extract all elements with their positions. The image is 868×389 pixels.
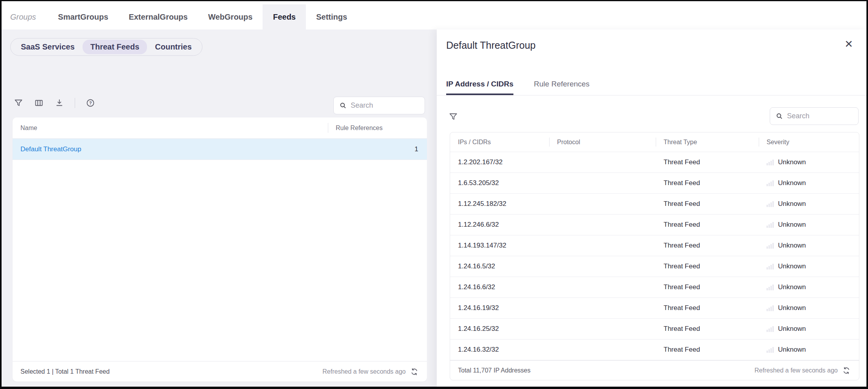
nav-tab-smartgroups[interactable]: SmartGroups: [48, 4, 119, 29]
signal-bars-icon: [767, 242, 774, 249]
detail-tabs: IP Address / CIDRs Rule References: [437, 69, 868, 95]
feeds-list-pane: SaaS Services Threat Feeds Countries ?: [2, 29, 437, 387]
nav-tab-feeds[interactable]: Feeds: [263, 4, 306, 29]
threat-type-cell: Threat Feed: [656, 325, 759, 333]
table-row[interactable]: 1.12.246.6/32 Threat Feed Unknown: [450, 215, 859, 235]
ip-cell: 1.6.53.205/32: [450, 179, 549, 187]
threat-type-cell: Threat Feed: [656, 346, 759, 354]
threat-type-cell: Threat Feed: [656, 221, 759, 229]
svg-text:?: ?: [89, 101, 92, 105]
signal-bars-icon: [767, 347, 774, 353]
table-empty-space: [13, 160, 427, 361]
severity-cell: Unknown: [759, 242, 859, 250]
toolbar-divider: [75, 98, 75, 108]
feed-name-link[interactable]: Default ThreatGroup: [13, 145, 328, 153]
threat-type-cell: Threat Feed: [656, 262, 759, 270]
signal-bars-icon: [767, 180, 774, 186]
search-input[interactable]: [787, 112, 853, 120]
severity-cell: Unknown: [759, 325, 859, 333]
table-row[interactable]: Default ThreatGroup 1: [13, 139, 427, 160]
search-input[interactable]: [351, 101, 419, 110]
nav-tab-settings[interactable]: Settings: [306, 4, 357, 29]
threat-type-cell: Threat Feed: [656, 283, 759, 291]
table-row[interactable]: 1.24.16.32/32 Threat Feed Unknown: [450, 339, 859, 360]
table-toolbar: ?: [13, 98, 96, 108]
signal-bars-icon: [767, 222, 774, 228]
ip-cell: 1.24.16.5/32: [450, 262, 549, 270]
ip-cell: 1.12.246.6/32: [450, 221, 549, 229]
threat-type-cell: Threat Feed: [656, 158, 759, 166]
help-icon[interactable]: ?: [85, 98, 96, 108]
ip-cell: 1.2.202.167/32: [450, 158, 549, 166]
table-row[interactable]: 1.24.16.5/32 Threat Feed Unknown: [450, 256, 859, 277]
refresh-icon[interactable]: [842, 366, 851, 375]
ip-cell: 1.24.16.25/32: [450, 325, 549, 333]
ip-cell: 1.12.245.182/32: [450, 200, 549, 208]
ip-cell: 1.24.16.6/32: [450, 283, 549, 291]
column-header-severity[interactable]: Severity: [759, 132, 859, 152]
table-row[interactable]: 1.24.16.19/32 Threat Feed Unknown: [450, 298, 859, 319]
threatgroup-detail-panel: Default ThreatGroup ✕ IP Address / CIDRs…: [437, 29, 868, 387]
table-footer: Selected 1 | Total 1 Threat Feed Refresh…: [13, 361, 427, 382]
severity-cell: Unknown: [759, 262, 859, 270]
nav-tab-webgroups[interactable]: WebGroups: [198, 4, 263, 29]
column-header-rule-references[interactable]: Rule References: [328, 117, 427, 138]
close-icon[interactable]: ✕: [844, 39, 853, 49]
threat-type-cell: Threat Feed: [656, 200, 759, 208]
top-nav: Groups SmartGroups ExternalGroups WebGro…: [2, 1, 866, 29]
search-icon: [339, 102, 347, 109]
table-row[interactable]: 1.24.16.25/32 Threat Feed Unknown: [450, 319, 859, 339]
column-header-threat-type[interactable]: Threat Type: [656, 132, 759, 152]
signal-bars-icon: [767, 201, 774, 207]
severity-cell: Unknown: [759, 158, 859, 166]
feed-type-segmented-control: SaaS Services Threat Feeds Countries: [10, 38, 202, 56]
signal-bars-icon: [767, 284, 774, 290]
app-window: Groups SmartGroups ExternalGroups WebGro…: [0, 0, 868, 389]
threat-type-cell: Threat Feed: [656, 304, 759, 312]
selection-summary: Selected 1 | Total 1 Threat Feed: [20, 368, 110, 375]
table-row[interactable]: 1.12.245.182/32 Threat Feed Unknown: [450, 194, 859, 215]
total-count: Total 11,707 IP Addresses: [458, 367, 530, 374]
table-row[interactable]: 1.14.193.147/32 Threat Feed Unknown: [450, 235, 859, 256]
panel-title: Default ThreatGroup: [446, 40, 535, 51]
threat-type-cell: Threat Feed: [656, 242, 759, 250]
search-icon: [776, 112, 783, 120]
ip-cidr-table: IPs / CIDRs Protocol Threat Type Severit…: [450, 132, 859, 380]
refreshed-status: Refreshed a few seconds ago: [754, 367, 838, 374]
threat-type-cell: Threat Feed: [656, 179, 759, 187]
segment-threat-feeds[interactable]: Threat Feeds: [83, 40, 147, 54]
rule-references-count: 1: [328, 145, 427, 153]
feeds-search[interactable]: [333, 97, 425, 114]
tab-ip-address-cidrs[interactable]: IP Address / CIDRs: [446, 80, 513, 95]
filter-icon[interactable]: [449, 112, 459, 122]
table-row[interactable]: 1.6.53.205/32 Threat Feed Unknown: [450, 173, 859, 194]
refresh-icon[interactable]: [410, 367, 419, 376]
severity-cell: Unknown: [759, 304, 859, 312]
ip-cell: 1.14.193.147/32: [450, 242, 549, 250]
table-footer: Total 11,707 IP Addresses Refreshed a fe…: [450, 360, 859, 380]
signal-bars-icon: [767, 159, 774, 165]
ip-cell: 1.24.16.19/32: [450, 304, 549, 312]
signal-bars-icon: [767, 263, 774, 270]
filter-icon[interactable]: [13, 98, 24, 108]
signal-bars-icon: [767, 326, 774, 332]
ip-cell: 1.24.16.32/32: [450, 346, 549, 354]
download-icon[interactable]: [54, 98, 64, 108]
columns-icon[interactable]: [34, 98, 44, 108]
column-header-ips-cidrs[interactable]: IPs / CIDRs: [450, 132, 549, 152]
ip-search[interactable]: [770, 107, 859, 125]
segment-saas-services[interactable]: SaaS Services: [13, 40, 83, 54]
table-row[interactable]: 1.2.202.167/32 Threat Feed Unknown: [450, 152, 859, 173]
segment-countries[interactable]: Countries: [147, 40, 199, 54]
refreshed-status: Refreshed a few seconds ago: [322, 368, 406, 375]
severity-cell: Unknown: [759, 179, 859, 187]
tab-rule-references[interactable]: Rule References: [534, 80, 590, 95]
severity-cell: Unknown: [759, 346, 859, 354]
nav-tab-externalgroups[interactable]: ExternalGroups: [118, 4, 198, 29]
table-row[interactable]: 1.24.16.6/32 Threat Feed Unknown: [450, 277, 859, 298]
column-header-protocol[interactable]: Protocol: [549, 132, 656, 152]
nav-label-groups: Groups: [10, 4, 48, 29]
severity-cell: Unknown: [759, 283, 859, 291]
column-header-name[interactable]: Name: [13, 117, 328, 138]
signal-bars-icon: [767, 305, 774, 311]
